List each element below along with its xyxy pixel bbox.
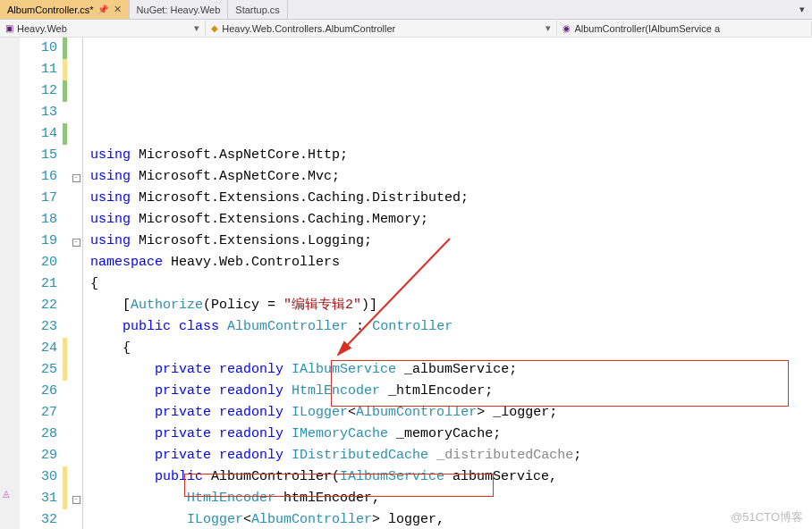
change-marker (63, 424, 67, 445)
code-line[interactable]: { (90, 338, 812, 359)
line-number: 29 (20, 445, 57, 466)
fold-column[interactable]: --- (70, 38, 82, 529)
tab-label: Startup.cs (235, 4, 280, 15)
line-number: 32 (20, 509, 57, 529)
change-marker (63, 123, 67, 145)
chevron-down-icon: ▾ (546, 22, 551, 34)
change-marker (63, 38, 67, 59)
line-number: 30 (20, 466, 57, 488)
code-line[interactable]: namespace Heavy.Web.Controllers (90, 252, 812, 273)
code-line[interactable]: private readonly IAlbumService _albumSer… (90, 359, 812, 381)
code-line[interactable]: HtmlEncoder htmlEncoder, (90, 488, 812, 509)
code-line[interactable]: [Authorize(Policy = "编辑专辑2")] (90, 295, 812, 316)
nav-label: AlbumController(IAlbumService a (574, 23, 720, 34)
line-number: 24 (20, 338, 57, 359)
tab-startup[interactable]: Startup.cs (228, 0, 288, 19)
method-icon: ◉ (562, 23, 571, 33)
change-marker (63, 316, 67, 338)
nav-class[interactable]: ◆ Heavy.Web.Controllers.AlbumController … (206, 21, 557, 36)
watermark: @51CTO博客 (731, 509, 803, 525)
change-marker (63, 59, 67, 80)
fold-toggle[interactable]: - (72, 239, 80, 247)
code-line[interactable]: using Microsoft.Extensions.Caching.Memor… (90, 209, 812, 231)
nav-bar: ▣ Heavy.Web ▾ ◆ Heavy.Web.Controllers.Al… (0, 20, 812, 38)
change-marker (63, 509, 67, 529)
line-number: 21 (20, 273, 57, 295)
line-number: 28 (20, 424, 57, 445)
change-marker (63, 188, 67, 209)
code-line[interactable]: public AlbumController(IAlbumService alb… (90, 466, 812, 488)
nav-label: Heavy.Web (17, 23, 67, 34)
change-marker (63, 80, 67, 102)
line-number: 18 (20, 209, 57, 231)
change-marker (63, 338, 67, 359)
line-number: 23 (20, 316, 57, 338)
change-marker-column (63, 38, 70, 529)
change-marker (63, 359, 67, 381)
close-icon[interactable]: ✕ (114, 4, 122, 15)
code-line[interactable]: ILogger<AlbumController> logger, (90, 509, 812, 529)
code-line[interactable]: private readonly IDistributedCache _dist… (90, 445, 812, 466)
change-marker (63, 402, 67, 424)
line-number: 10 (20, 38, 57, 59)
code-line[interactable]: using Microsoft.Extensions.Logging; (90, 231, 812, 252)
fold-toggle[interactable]: - (72, 174, 80, 182)
nav-project[interactable]: ▣ Heavy.Web ▾ (0, 21, 206, 36)
nav-member[interactable]: ◉ AlbumController(IAlbumService a (557, 21, 812, 36)
tab-overflow[interactable]: ▾ (792, 0, 812, 19)
chevron-down-icon: ▾ (194, 22, 199, 34)
line-number: 25 (20, 359, 57, 381)
breakpoint-glyph-icon[interactable]: ◬ (3, 486, 10, 500)
code-line[interactable]: using Microsoft.AspNetCore.Http; (90, 145, 812, 166)
line-number: 11 (20, 59, 57, 80)
code-line[interactable]: private readonly ILogger<AlbumController… (90, 402, 812, 424)
line-number: 19 (20, 231, 57, 252)
change-marker (63, 273, 67, 295)
code-line[interactable]: public class AlbumController : Controlle… (90, 316, 812, 338)
change-marker (63, 445, 67, 466)
change-marker (63, 295, 67, 316)
change-marker (63, 466, 67, 488)
code-area[interactable]: using Microsoft.AspNetCore.Http;using Mi… (83, 38, 812, 529)
line-number: 31 (20, 488, 57, 509)
change-marker (63, 381, 67, 402)
line-number: 20 (20, 252, 57, 273)
line-number: 16 (20, 166, 57, 188)
class-icon: ◆ (211, 23, 218, 33)
line-number: 15 (20, 145, 57, 166)
change-marker (63, 231, 67, 252)
change-marker (63, 102, 67, 123)
line-number: 17 (20, 188, 57, 209)
line-number: 13 (20, 102, 57, 123)
code-line[interactable]: using Microsoft.AspNetCore.Mvc; (90, 166, 812, 188)
tab-nuget[interactable]: NuGet: Heavy.Web (130, 0, 229, 19)
fold-toggle[interactable]: - (72, 496, 80, 504)
line-number: 14 (20, 123, 57, 145)
code-editor[interactable]: 1011121314151617181920212223242526272829… (0, 38, 812, 529)
code-line[interactable]: private readonly IMemoryCache _memoryCac… (90, 424, 812, 445)
tab-label: AlbumController.cs* (7, 4, 94, 15)
change-marker (63, 166, 67, 188)
line-number: 12 (20, 80, 57, 102)
breakpoint-margin[interactable] (0, 38, 20, 529)
line-number: 27 (20, 402, 57, 424)
pin-icon[interactable]: 📌 (97, 4, 108, 14)
code-line[interactable]: { (90, 273, 812, 295)
change-marker (63, 488, 67, 509)
change-marker (63, 145, 67, 166)
change-marker (63, 252, 67, 273)
csharp-icon: ▣ (5, 23, 13, 33)
nav-label: Heavy.Web.Controllers.AlbumController (222, 23, 395, 34)
tab-label: NuGet: Heavy.Web (137, 4, 221, 15)
change-marker (63, 209, 67, 231)
line-number: 26 (20, 381, 57, 402)
tab-album-controller[interactable]: AlbumController.cs* 📌 ✕ (0, 0, 130, 19)
code-line[interactable]: private readonly HtmlEncoder _htmlEncode… (90, 381, 812, 402)
code-line[interactable]: using Microsoft.Extensions.Caching.Distr… (90, 188, 812, 209)
line-number: 22 (20, 295, 57, 316)
line-number-gutter: 1011121314151617181920212223242526272829… (20, 38, 63, 529)
tab-bar: AlbumController.cs* 📌 ✕ NuGet: Heavy.Web… (0, 0, 812, 20)
